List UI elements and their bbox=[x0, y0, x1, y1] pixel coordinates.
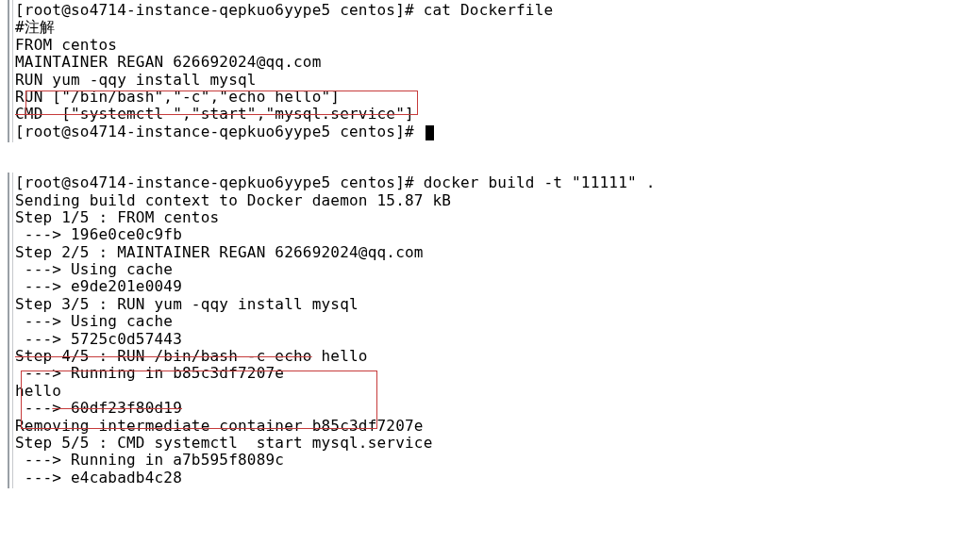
line-step1-hash: ---> 196e0ce0c9fb bbox=[15, 226, 962, 243]
line-from: FROM centos bbox=[15, 37, 962, 54]
line-step5: Step 5/5 : CMD systemctl start mysql.ser… bbox=[15, 435, 962, 452]
line-step3-hash: ---> 5725c0d57443 bbox=[15, 331, 962, 348]
line-maintainer: MAINTAINER REGAN 626692024@qq.com bbox=[15, 54, 962, 71]
line-step3: Step 3/5 : RUN yum -qqy install mysql bbox=[15, 296, 962, 313]
line-hello-output: hello bbox=[15, 383, 962, 400]
line-prompt-idle: [root@so4714-instance-qepkuo6yype5 cento… bbox=[15, 124, 962, 140]
command-cat: cat Dockerfile bbox=[424, 1, 554, 19]
line-step4: Step 4/5 : RUN /bin/bash -c echo hello bbox=[15, 348, 962, 365]
line-step4-struck: Step 4/5 : RUN /bin/bash -c echo bbox=[15, 347, 312, 365]
line-step5-hash: ---> e4cabadb4c28 bbox=[15, 469, 962, 486]
command-docker-build: docker build -t "11111" . bbox=[424, 173, 656, 191]
cursor-icon bbox=[426, 125, 434, 140]
line-cmd: CMD ["systemctl ","start","mysql.service… bbox=[15, 106, 962, 123]
line-step4-hash-struck: > 60df23f80d19 bbox=[52, 399, 182, 417]
line-step3-cache: ---> Using cache bbox=[15, 313, 962, 330]
line-step1: Step 1/5 : FROM centos bbox=[15, 209, 962, 226]
line-step4-tail: hello bbox=[312, 347, 368, 365]
line-step4-running: ---> Running in b85c3df7207e bbox=[15, 365, 962, 382]
line-step2-cache: ---> Using cache bbox=[15, 261, 962, 278]
line-step4-hash: ---> 60df23f80d19 bbox=[15, 400, 962, 417]
line-removing: Removing intermediate container b85c3df7… bbox=[15, 418, 962, 435]
line-cmd-struck: CMD ["systemctl ","start","mysql.ser bbox=[15, 105, 359, 123]
line-step5-running: ---> Running in a7b595f8089c bbox=[15, 452, 962, 469]
line-docker-build: [root@so4714-instance-qepkuo6yype5 cento… bbox=[15, 174, 962, 191]
prompt: [root@so4714-instance-qepkuo6yype5 cento… bbox=[15, 173, 424, 191]
line-step2: Step 2/5 : MAINTAINER REGAN 626692024@qq… bbox=[15, 244, 962, 261]
line-step4-hash-head: --- bbox=[15, 399, 52, 417]
line-sending-context: Sending build context to Docker daemon 1… bbox=[15, 192, 962, 209]
terminal-top: [root@so4714-instance-qepkuo6yype5 cento… bbox=[8, 0, 968, 142]
terminal-bottom: [root@so4714-instance-qepkuo6yype5 cento… bbox=[8, 173, 968, 488]
prompt: [root@so4714-instance-qepkuo6yype5 cento… bbox=[15, 123, 424, 140]
line-step2-hash: ---> e9de201e0049 bbox=[15, 278, 962, 295]
prompt: [root@so4714-instance-qepkuo6yype5 cento… bbox=[15, 1, 424, 19]
line-run-yum: RUN yum -qqy install mysql bbox=[15, 72, 962, 89]
line-cmd-tail: vice"] bbox=[359, 105, 414, 123]
line-cat-dockerfile: [root@so4714-instance-qepkuo6yype5 cento… bbox=[15, 2, 962, 19]
line-run-bash: RUN ["/bin/bash","-c","echo hello"] bbox=[15, 89, 962, 106]
line-comment: #注解 bbox=[15, 19, 962, 36]
